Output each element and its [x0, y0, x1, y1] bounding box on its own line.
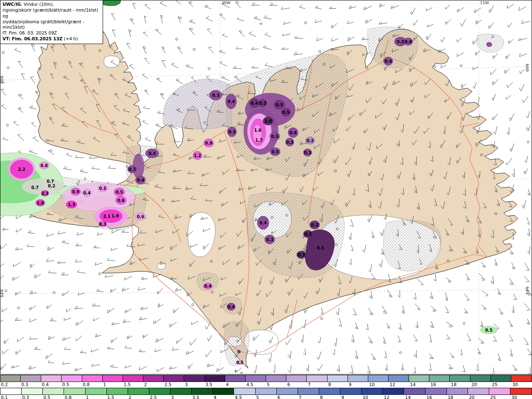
- scale-segment: [277, 388, 298, 394]
- scale-segment: [103, 375, 123, 382]
- precip-value-label: 1.3: [68, 202, 75, 207]
- scale-tick-label: 20: [471, 382, 477, 387]
- precip-value-label: 0.2: [48, 184, 55, 188]
- scale-segment: [143, 375, 164, 382]
- scale-segment: [450, 375, 470, 382]
- scale-tick-label: 6: [278, 395, 281, 399]
- scale-tick-label: 25: [490, 395, 496, 399]
- precip-blob-south-dot: [237, 350, 241, 353]
- scale-tick-label: 5: [256, 395, 259, 399]
- scale-tick-label: 6: [287, 382, 290, 387]
- scale-tick-label: 0.8: [65, 395, 72, 399]
- scale-segment: [0, 388, 22, 394]
- scale-tick-label: 4: [214, 395, 217, 399]
- latitude-label: 64N: [525, 286, 530, 294]
- precip-blob-ne-dot: [486, 42, 492, 47]
- scale-segment: [362, 388, 383, 394]
- scale-segment: [510, 388, 532, 394]
- scale-tick-label: 0.3: [22, 395, 29, 399]
- scale-segment: [164, 375, 184, 382]
- scale-tick-label: 4.5: [235, 395, 242, 399]
- scale-segment: [470, 375, 491, 382]
- scale-segment: [511, 375, 532, 382]
- precip-value-label: 0.5: [148, 151, 156, 156]
- precip-value-label: 2.2: [18, 167, 25, 172]
- legend-line-2: rigning/skúrir (grænt/blátt/rautt - mm/1…: [2, 7, 101, 19]
- precip-value-label: 0.6: [137, 214, 144, 219]
- scale-segment: [348, 375, 368, 382]
- precip-value-label: 0.5: [99, 186, 106, 191]
- snow-scale-labels: 0.10.30.50.811.522.533.544.5567891012141…: [0, 395, 532, 399]
- latitude-label: 66N: [525, 64, 530, 71]
- precip-value-label: 0.4: [83, 191, 91, 195]
- scale-segment: [429, 375, 450, 382]
- precip-value-label: 0.6: [117, 198, 125, 203]
- scale-tick-label: 0.3: [21, 382, 28, 387]
- scale-segment: [107, 388, 128, 394]
- scale-segment: [409, 375, 429, 382]
- precip-value-label: 0.3: [99, 222, 106, 227]
- map-canvas: 0.30.40.30.40.30.50.51.01.61.70.50.40.30…: [0, 0, 532, 399]
- scale-segment: [225, 375, 246, 382]
- scale-tick-label: 3.5: [205, 382, 212, 387]
- scale-tick-label: 9: [349, 382, 352, 387]
- scale-tick-label: 0.5: [62, 382, 69, 387]
- rain-scale-bar: [0, 375, 532, 382]
- precip-value-label: 0.4: [227, 305, 235, 309]
- scale-segment: [213, 388, 234, 394]
- scale-segment: [286, 375, 307, 382]
- scale-segment: [383, 388, 404, 394]
- scale-tick-label: 10: [362, 395, 368, 399]
- scale-tick-label: 1.5: [123, 382, 131, 387]
- rain-scale-labels: 0.20.30.40.50.811.522.533.544.5567891012…: [0, 382, 532, 387]
- scale-tick-label: 14: [410, 382, 416, 387]
- precip-value-label: 1.0: [264, 119, 272, 123]
- scale-segment: [404, 388, 425, 394]
- longitude-label: 15W: [480, 0, 489, 5]
- scale-tick-label: 9: [341, 395, 344, 399]
- scale-tick-label: 3: [185, 382, 188, 387]
- scale-segment: [43, 388, 64, 394]
- scale-tick-label: 3.5: [192, 395, 200, 399]
- valid-time-value: VT: Fim. 06.03.2025 13Z: [2, 36, 62, 41]
- scale-segment: [149, 388, 170, 394]
- precip-value-label: 1.6: [37, 201, 44, 205]
- scale-segment: [307, 375, 327, 382]
- precip-value-label: 1.9: [111, 214, 119, 218]
- precip-value-label: 0.4: [289, 131, 297, 135]
- precip-value-label: 2.3: [41, 191, 49, 196]
- scale-tick-label: 0.4: [42, 382, 49, 387]
- scale-segment: [64, 388, 85, 394]
- precip-value-label: 0.4: [259, 221, 267, 225]
- scale-segment: [447, 388, 468, 394]
- precip-value-label: 0.4: [384, 59, 392, 64]
- precip-value-label: 0.3: [311, 223, 318, 227]
- scale-tick-label: 0.2: [1, 382, 8, 387]
- precip-value-label: 1.7: [255, 138, 263, 143]
- precip-value-label: 0.2: [306, 138, 314, 143]
- precip-value-label: 0.4: [204, 284, 212, 288]
- scale-tick-label: 0.5: [43, 395, 50, 399]
- scale-tick-label: 12: [384, 395, 389, 399]
- precip-value-label: 0.7: [31, 185, 39, 190]
- precip-value-label: 0.5: [276, 103, 283, 107]
- init-time: IT: Fim. 06. 03. 2025 09Z: [2, 30, 101, 36]
- island: [84, 178, 86, 180]
- precip-value-label: 0.3: [304, 150, 311, 155]
- precip-value-label: 0.3: [298, 253, 305, 257]
- precip-value-label: 0.5: [271, 134, 278, 139]
- scale-segment: [192, 388, 213, 394]
- scale-tick-label: 18: [448, 395, 453, 399]
- precip-value-label: 0.5: [116, 190, 123, 195]
- precip-value-label: 0.4: [137, 178, 144, 182]
- valid-time-offset: (+4 h): [62, 36, 78, 41]
- weather-map: 0.30.40.30.40.30.50.51.01.61.70.50.40.30…: [0, 0, 532, 399]
- scale-tick-label: 16: [431, 382, 436, 387]
- scale-tick-label: 8: [320, 395, 323, 399]
- scale-segment: [246, 375, 266, 382]
- precip-value-label: 2.1: [103, 214, 111, 219]
- scale-tick-label: 7: [308, 382, 310, 387]
- scale-tick-label: 25: [492, 382, 498, 387]
- scale-tick-label: 4: [226, 382, 229, 387]
- precip-value-label: 0.4: [251, 101, 258, 106]
